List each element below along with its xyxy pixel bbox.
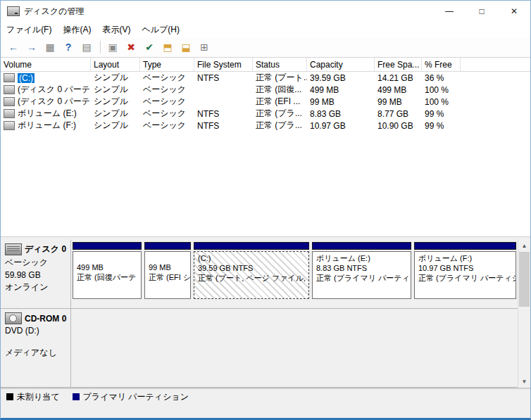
volume-row-c[interactable]: (C:) シンプル ベーシック NTFS 正常 (ブート... 39.59 GB… (1, 72, 530, 84)
cell-type: ベーシック (140, 96, 194, 108)
disk-icon (5, 243, 22, 255)
column-header-pctfree[interactable]: % Free (422, 58, 461, 71)
column-header-volume[interactable]: Volume (1, 58, 91, 71)
disk0-partitions: 499 MB 正常 (回復パーテ 99 MB 正常 (EFI シ (71, 240, 518, 308)
cell-status: 正常 (プラ... (253, 108, 307, 120)
cell-status: 正常 (プラ... (253, 120, 307, 132)
minimize-button[interactable]: — (433, 1, 466, 22)
legend-primary-partition: プライマリ パーティション (73, 391, 189, 403)
column-header-type[interactable]: Type (140, 58, 194, 71)
volume-row-f[interactable]: ボリューム (F:) シンプル ベーシック NTFS 正常 (プラ... 10.… (1, 120, 530, 132)
partition-title: ボリューム (E:) (316, 253, 407, 263)
volume-name: (ディスク 0 パーティシ... (18, 96, 91, 108)
vertical-scrollbar[interactable]: ▲ ▼ (518, 240, 530, 388)
toolbar: ← → ▦ ? ▤ ▣ ✖ ✔ ⬒ ⬓ ⊞ (1, 37, 530, 58)
window-controls: — □ ✕ (433, 1, 530, 22)
partition-title: (C:) (198, 253, 305, 263)
scrollbar-thumb[interactable] (519, 252, 530, 307)
primary-partition-swatch-icon (73, 393, 80, 400)
volume-row-efi[interactable]: (ディスク 0 パーティシ... シンプル ベーシック 正常 (EFI ... … (1, 96, 530, 108)
partition-recovery[interactable]: 499 MB 正常 (回復パーテ (73, 242, 142, 299)
scroll-down-icon[interactable]: ▼ (518, 376, 530, 388)
titlebar: ディスクの管理 — □ ✕ (1, 1, 530, 22)
partition-size: 99 MB (149, 262, 187, 272)
scrollbar-track[interactable] (518, 252, 530, 376)
partition-f[interactable]: ボリューム (F:) 10.97 GB NTFS 正常 (プライマリ パーティシ… (414, 242, 516, 299)
help-icon[interactable]: ? (60, 39, 77, 55)
partition-status: 正常 (プライマリ パーティション) (418, 273, 512, 283)
cdrom-label[interactable]: CD-ROM 0 DVD (D:) メディアなし (1, 309, 71, 387)
column-header-layout[interactable]: Layout (91, 58, 140, 71)
mark-active-icon[interactable]: ✔ (141, 39, 158, 55)
volume-icon (4, 85, 15, 94)
cell-pctfree: 36 % (422, 73, 461, 83)
partition-title: ボリューム (F:) (418, 253, 512, 263)
menu-file[interactable]: ファイル(F) (1, 22, 57, 37)
view-icon[interactable]: ⊞ (196, 39, 213, 55)
partition-color-bar (312, 242, 411, 250)
partition-size: 499 MB (77, 262, 137, 272)
cell-pctfree: 100 % (422, 97, 461, 107)
disk0-label[interactable]: ディスク 0 ベーシック 59.98 GB オンライン (1, 240, 71, 308)
cell-layout: シンプル (91, 84, 140, 96)
cell-layout: シンプル (91, 120, 140, 132)
cell-capacity: 39.59 GB (307, 73, 375, 83)
cell-capacity: 99 MB (307, 97, 375, 107)
volume-icon (4, 73, 15, 82)
cell-status: 正常 (EFI ... (253, 96, 307, 108)
column-header-filesystem[interactable]: File System (194, 58, 253, 71)
cdrom-name: CD-ROM 0 (25, 314, 66, 324)
partition-status: 正常 (回復パーテ (77, 272, 137, 282)
disk-status: オンライン (5, 281, 66, 293)
toolbar-separator (100, 41, 101, 53)
cell-pctfree: 99 % (422, 121, 461, 131)
partition-color-bar (73, 242, 142, 250)
close-button[interactable]: ✕ (498, 1, 530, 22)
cell-status: 正常 (ブート... (253, 72, 307, 84)
partition-color-bar (414, 242, 516, 250)
volume-row-e[interactable]: ボリューム (E:) シンプル ベーシック NTFS 正常 (プラ... 8.8… (1, 108, 530, 120)
open-icon[interactable]: ⬒ (159, 39, 176, 55)
forward-icon[interactable]: → (23, 39, 40, 55)
partition-e[interactable]: ボリューム (E:) 8.83 GB NTFS 正常 (プライマリ パーティショ (312, 242, 411, 299)
column-header-capacity[interactable]: Capacity (307, 58, 375, 71)
volume-name: ボリューム (E:) (18, 108, 77, 120)
cdrom-media-area (71, 309, 518, 387)
menu-action[interactable]: 操作(A) (57, 22, 96, 37)
column-header-filler (461, 58, 530, 71)
scroll-up-icon[interactable]: ▲ (518, 240, 530, 252)
disk-name: ディスク 0 (25, 243, 66, 255)
column-header-freespace[interactable]: Free Spa... (375, 58, 422, 71)
cell-type: ベーシック (140, 84, 194, 96)
partition-c[interactable]: (C:) 39.59 GB NTFS 正常 (ブート, ページ ファイル, クラ (194, 242, 309, 299)
legend-bar: 未割り当て プライマリ パーティション (1, 388, 530, 405)
partition-size: 10.97 GB NTFS (418, 263, 512, 273)
volume-table-header: Volume Layout Type File System Status Ca… (1, 58, 530, 72)
column-header-status[interactable]: Status (253, 58, 307, 71)
explore-icon[interactable]: ⬓ (177, 39, 194, 55)
disk-kind: ベーシック (5, 257, 66, 269)
partition-status: 正常 (ブート, ページ ファイル, クラ (198, 273, 305, 283)
legend-label: プライマリ パーティション (83, 391, 189, 403)
back-icon[interactable]: ← (5, 39, 22, 55)
delete-volume-icon[interactable]: ✖ (123, 39, 139, 55)
menu-help[interactable]: ヘルプ(H) (136, 22, 185, 37)
menu-view[interactable]: 表示(V) (96, 22, 136, 37)
cell-type: ベーシック (140, 108, 194, 120)
partition-status: 正常 (プライマリ パーティショ (316, 273, 407, 283)
properties-icon[interactable]: ▣ (104, 39, 121, 55)
volume-row-recovery[interactable]: (ディスク 0 パーティシ... シンプル ベーシック 正常 (回復... 49… (1, 84, 530, 96)
app-icon (7, 6, 20, 16)
partition-efi[interactable]: 99 MB 正常 (EFI シ (144, 242, 191, 299)
cell-freespace: 10.90 GB (375, 121, 422, 131)
show-console-tree-icon[interactable]: ▦ (42, 39, 58, 55)
volume-name: (ディスク 0 パーティシ... (18, 84, 91, 96)
maximize-button[interactable]: □ (466, 1, 498, 22)
legend-label: 未割り当て (17, 391, 60, 403)
partition-color-bar (194, 242, 309, 250)
disk-management-window: ディスクの管理 — □ ✕ ファイル(F) 操作(A) 表示(V) ヘルプ(H)… (0, 0, 531, 420)
cell-pctfree: 99 % (422, 109, 461, 119)
bottom-filler (1, 405, 530, 418)
show-action-pane-icon[interactable]: ▤ (78, 39, 95, 55)
cell-layout: シンプル (91, 72, 140, 84)
